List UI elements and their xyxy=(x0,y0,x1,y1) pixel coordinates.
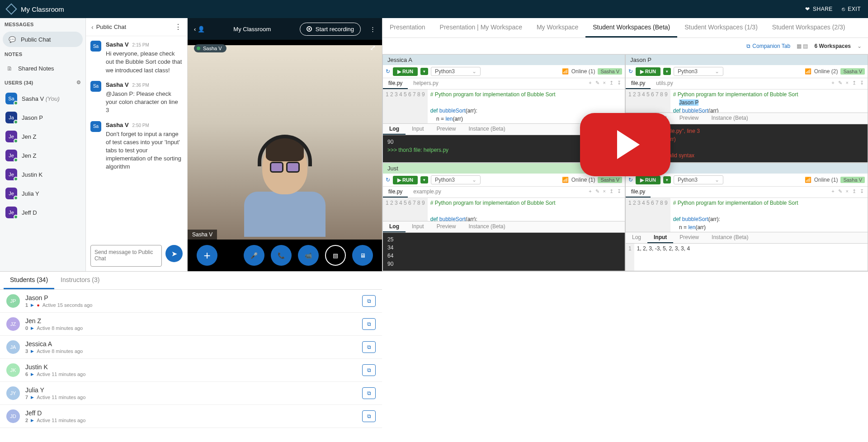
file-tab[interactable]: file.py xyxy=(626,78,651,89)
language-select[interactable]: Python3 ⌄ xyxy=(674,67,723,76)
file-tab[interactable]: file.py xyxy=(626,187,651,197)
upload-icon[interactable]: ↥ xyxy=(852,188,856,196)
code-body[interactable]: # Python program for implementation of B… xyxy=(670,198,868,232)
camera-button[interactable]: 📹 xyxy=(298,245,319,266)
output-tab[interactable]: Instance (Beta) xyxy=(462,124,511,135)
output-tab[interactable]: Input xyxy=(647,232,673,243)
output-tab[interactable]: Instance (Beta) xyxy=(462,221,511,232)
present-button[interactable]: 🖥 xyxy=(352,245,373,266)
play-overlay-button[interactable] xyxy=(580,113,670,176)
output-tab[interactable]: Preview xyxy=(673,232,705,243)
close-icon[interactable]: × xyxy=(846,188,849,196)
run-button[interactable]: ▶ RUN xyxy=(636,176,660,184)
language-select[interactable]: Python3 ⌄ xyxy=(674,175,723,184)
student-row[interactable]: JZJen Z0 ▶ Active 8 minutes ago⧉ xyxy=(0,313,382,336)
open-workspace-button[interactable]: ⧉ xyxy=(362,364,376,376)
screen-button[interactable]: ▧ xyxy=(325,245,346,266)
add-file-icon[interactable]: + xyxy=(589,188,591,196)
workspace-tab[interactable]: Presentation | My Workspace xyxy=(433,18,529,38)
user-item[interactable]: JeJeff D xyxy=(0,203,85,222)
share-button[interactable]: ❤︎ SHARE xyxy=(805,6,832,12)
output-tab[interactable]: Preview xyxy=(430,221,462,232)
open-workspace-button[interactable]: ⧉ xyxy=(362,295,376,307)
workspace-tab[interactable]: Student Workspaces (1/3) xyxy=(677,18,765,38)
run-button[interactable]: ▶ RUN xyxy=(393,67,418,76)
sidebar-shared-notes[interactable]: 🗎 Shared Notes xyxy=(0,61,85,76)
exit-button[interactable]: ⎋ EXIT xyxy=(842,6,861,12)
output-tab[interactable]: Preview xyxy=(673,113,705,124)
output-tab[interactable]: Instance (Beta) xyxy=(705,113,754,124)
run-button[interactable]: ▶ RUN xyxy=(636,67,660,76)
close-icon[interactable]: × xyxy=(603,80,606,87)
output-tab[interactable]: Preview xyxy=(430,124,462,135)
language-select[interactable]: Python3 ⌄ xyxy=(431,175,481,184)
refresh-icon[interactable]: ↻ xyxy=(628,177,633,183)
add-file-icon[interactable]: + xyxy=(589,80,591,87)
close-icon[interactable]: × xyxy=(603,188,606,196)
code-editor[interactable]: 1 2 3 4 5 6 7 8 9 # Python program for i… xyxy=(626,198,868,232)
open-workspace-button[interactable]: ⧉ xyxy=(362,410,376,422)
student-row[interactable]: JPJason P1 ▶ ● Active 15 seconds ago⧉ xyxy=(0,290,382,313)
code-body[interactable]: # Python program for implementation of B… xyxy=(670,89,868,113)
close-icon[interactable]: × xyxy=(846,80,849,87)
workspace-tab[interactable]: Student Workspaces (2/3) xyxy=(765,18,853,38)
code-body[interactable]: # Python program for implementation of B… xyxy=(428,198,625,221)
file-tab[interactable]: example.py xyxy=(408,187,446,197)
open-workspace-button[interactable]: ⧉ xyxy=(362,387,376,399)
refresh-icon[interactable]: ↻ xyxy=(386,177,390,183)
code-editor[interactable]: 1 2 3 4 5 6 7 8 9 # Python program for i… xyxy=(626,89,868,113)
run-button[interactable]: ▶ RUN xyxy=(393,176,418,184)
refresh-icon[interactable]: ↻ xyxy=(628,68,633,75)
workspace-tab[interactable]: My Workspace xyxy=(529,18,585,38)
record-button[interactable]: Start recording xyxy=(300,23,361,36)
grid-view-icon[interactable]: ▦ ▤ xyxy=(797,43,808,49)
chat-input[interactable] xyxy=(90,245,162,267)
workspace-count[interactable]: 6 Workspaces xyxy=(815,43,851,49)
run-dropdown[interactable]: ▾ xyxy=(663,176,671,183)
edit-icon[interactable]: ✎ xyxy=(838,80,842,87)
user-item[interactable]: JaJason P xyxy=(0,108,85,127)
companion-tab-link[interactable]: ⧉ Companion Tab xyxy=(746,43,790,49)
upload-icon[interactable]: ↥ xyxy=(609,80,613,87)
add-file-icon[interactable]: + xyxy=(831,80,834,87)
more-icon[interactable]: ⋮ xyxy=(175,23,182,31)
edit-icon[interactable]: ✎ xyxy=(595,188,599,196)
run-dropdown[interactable]: ▾ xyxy=(420,68,428,75)
upload-icon[interactable]: ↥ xyxy=(852,80,856,87)
chevron-left-icon[interactable]: ‹ xyxy=(91,24,94,31)
more-icon[interactable]: ⋮ xyxy=(370,26,376,33)
sidebar-public-chat[interactable]: 💬 Public Chat xyxy=(3,32,83,47)
student-row[interactable]: JAJessica A3 ▶ Active 8 minutes ago⧉ xyxy=(0,336,382,359)
code-editor[interactable]: 1 2 3 4 5 6 7 8 9 # Python program for i… xyxy=(383,198,625,221)
output-tab[interactable]: Log xyxy=(383,124,406,135)
chevron-down-icon[interactable]: ⌄ xyxy=(857,43,862,49)
file-tab[interactable]: helpers.py xyxy=(408,78,443,89)
download-icon[interactable]: ↧ xyxy=(617,188,621,196)
students-tab[interactable]: Students (34) xyxy=(4,272,54,289)
file-tab[interactable]: utils.py xyxy=(651,78,678,89)
refresh-icon[interactable]: ↻ xyxy=(386,68,390,75)
output-tab[interactable]: Instance (Beta) xyxy=(705,232,755,243)
gear-icon[interactable]: ⚙ xyxy=(76,80,81,85)
file-tab[interactable]: file.py xyxy=(383,187,408,197)
edit-icon[interactable]: ✎ xyxy=(838,188,842,196)
output-tab[interactable]: Input xyxy=(406,221,430,232)
download-icon[interactable]: ↧ xyxy=(617,80,621,87)
download-icon[interactable]: ↧ xyxy=(860,80,864,87)
user-item[interactable]: SaSasha V (You) xyxy=(0,89,85,108)
workspace-tab[interactable]: Student Workspaces (Beta) xyxy=(585,18,677,38)
user-item[interactable]: JeJen Z xyxy=(0,127,85,146)
student-row[interactable]: JYJulia Y7 ▶ Active 11 minutes ago⧉ xyxy=(0,382,382,405)
students-tab[interactable]: Instructors (3) xyxy=(54,272,106,289)
file-tab[interactable]: file.py xyxy=(383,78,408,89)
output-tab[interactable]: Input xyxy=(406,124,430,135)
user-item[interactable]: JeJustin K xyxy=(0,165,85,184)
user-item[interactable]: JeJulia Y xyxy=(0,184,85,203)
workspace-tab[interactable]: Presentation xyxy=(382,18,433,38)
add-button[interactable]: + xyxy=(197,245,217,266)
expand-icon[interactable]: ⤢ xyxy=(370,43,376,52)
upload-icon[interactable]: ↥ xyxy=(609,188,613,196)
open-workspace-button[interactable]: ⧉ xyxy=(362,341,376,353)
open-workspace-button[interactable]: ⧉ xyxy=(362,318,376,330)
output-tab[interactable]: Log xyxy=(626,232,647,243)
